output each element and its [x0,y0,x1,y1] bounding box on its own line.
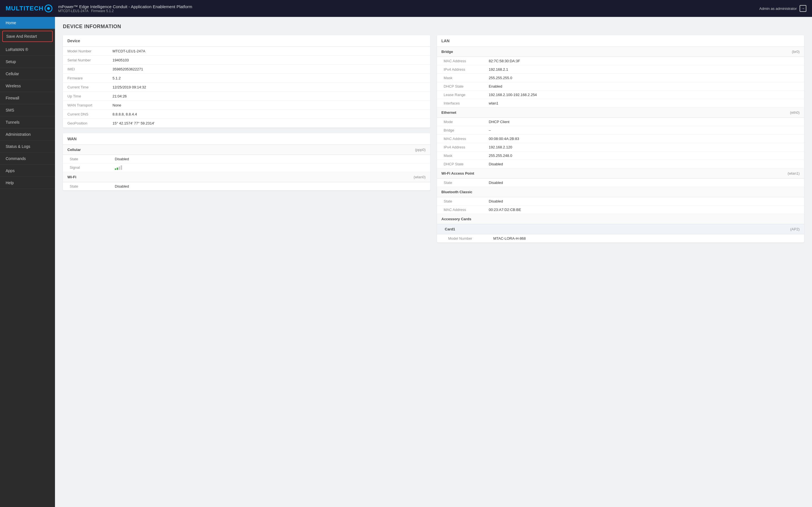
lan-bridge-dhcp-row: DHCP State Enabled [437,82,804,91]
lan-eth-bridge-row: Bridge – [437,126,804,135]
device-serial-label: Serial Number [67,58,112,62]
lan-card1-sub: (AP2) [790,227,800,231]
signal-bar-3 [119,166,120,170]
device-imei-row: IMEI 359852053622271 [63,65,430,74]
signal-bar-1 [115,168,116,170]
lan-eth-header: Ethernet (eth0) [437,108,804,118]
lan-bridge-lease-row: Lease Range 192.168.2.100-192.168.2.254 [437,91,804,99]
lan-card1-header: Card1 (AP2) [437,224,804,234]
lan-bridge-title: Bridge [442,50,792,54]
wan-cellular-signal-label: Signal [70,165,115,170]
lan-eth-dhcp-row: DHCP State Disabled [437,160,804,168]
header-subtitle: MTCDT-LEU1-247A Firmware 5.1.2 [58,9,759,13]
sidebar-item-home[interactable]: Home [0,17,55,29]
device-uptime-label: Up Time [67,94,112,98]
device-firmware-row: Firmware 5.1.2 [63,74,430,83]
lan-bluetooth-state-row: State Disabled [437,197,804,206]
device-imei-label: IMEI [67,67,112,71]
sidebar: Home Save And Restart LoRaWAN ® Setup Ce… [0,17,55,507]
lan-bridge-iface-row: Interfaces wlan1 [437,99,804,108]
device-imei-value: 359852053622271 [112,67,143,71]
wan-wifi-state-label: State [70,184,115,188]
wan-card: WAN Cellular (ppp0) State Disabled Signa… [63,133,430,190]
device-wan-label: WAN Transport [67,103,112,107]
device-wan-row: WAN Transport None [63,101,430,110]
device-firmware-label: Firmware [67,76,112,80]
content-grid: Device Model Number MTCDT-LEU1-247A Seri… [63,35,804,248]
header-main-title: mPower™ Edge Intelligence Conduit - Appl… [58,4,759,9]
header-user: Admin as administrator → [759,5,806,12]
device-dns-value: 8.8.8.8, 8.8.4.4 [112,112,137,116]
device-model-row: Model Number MTCDT-LEU1-247A [63,47,430,56]
device-wan-value: None [112,103,121,107]
wan-wifi-title: Wi-Fi [67,175,414,179]
device-model-label: Model Number [67,49,112,53]
device-time-value: 12/25/2019 09:14:32 [112,85,146,89]
device-time-row: Current Time 12/25/2019 09:14:32 [63,83,430,92]
lan-bridge-header: Bridge (br0) [437,47,804,57]
sidebar-item-setup[interactable]: Setup [0,56,55,68]
lan-wifiap-sub: (wlan1) [788,171,800,175]
left-column: Device Model Number MTCDT-LEU1-247A Seri… [63,35,430,248]
sidebar-item-administration[interactable]: Administration [0,128,55,140]
sidebar-item-lorawan[interactable]: LoRaWAN ® [0,44,55,56]
lan-bridge-mask-row: Mask 255.255.255.0 [437,74,804,82]
sidebar-item-tunnels[interactable]: Tunnels [0,116,55,128]
device-serial-value: 19405103 [112,58,129,62]
sidebar-item-firewall[interactable]: Firewall [0,92,55,104]
sidebar-item-apps[interactable]: Apps [0,165,55,177]
wan-wifi-header: Wi-Fi (wlan0) [63,172,430,182]
lan-bridge-mac-row: MAC Address 82:7C:58:30:DA:3F [437,57,804,65]
lan-card: LAN Bridge (br0) MAC Address 82:7C:58:30… [437,35,804,242]
device-uptime-row: Up Time 21:04:26 [63,92,430,101]
sidebar-item-wireless[interactable]: Wireless [0,80,55,92]
wan-cellular-state-row: State Disabled [63,155,430,163]
lan-accessory-header: Accessory Cards [437,214,804,224]
device-time-label: Current Time [67,85,112,89]
sidebar-item-help[interactable]: Help [0,177,55,189]
user-icon[interactable]: → [800,5,806,12]
wan-cellular-state-label: State [70,157,115,161]
logo: MULTITECH [6,4,52,12]
lan-wifiap-title: Wi-Fi Access Point [442,171,788,175]
device-uptime-value: 21:04:26 [112,94,127,98]
lan-wifiap-header: Wi-Fi Access Point (wlan1) [437,168,804,179]
layout: Home Save And Restart LoRaWAN ® Setup Ce… [0,17,812,507]
device-card-header: Device [63,35,430,47]
header-title-area: mPower™ Edge Intelligence Conduit - Appl… [58,4,759,13]
sidebar-item-sms[interactable]: SMS [0,104,55,116]
lan-eth-sub: (eth0) [790,110,800,115]
wan-card-header: WAN [63,133,430,145]
device-card: Device Model Number MTCDT-LEU1-247A Seri… [63,35,430,128]
logo-text: MULTITECH [6,5,43,12]
sidebar-item-save-restart[interactable]: Save And Restart [2,31,53,42]
wan-cellular-state-value: Disabled [115,157,129,161]
user-label: Admin as administrator [759,6,797,11]
lan-accessory-title: Accessory Cards [442,217,800,221]
device-model-value: MTCDT-LEU1-247A [112,49,145,53]
main-content: DEVICE INFORMATION Device Model Number M… [55,17,812,507]
lan-eth-ipv4-row: IPv4 Address 192.168.2.120 [437,143,804,152]
lan-bluetooth-mac-row: MAC Address 00:23:A7:D2:CB:BE [437,206,804,214]
lan-eth-mode-row: Mode DHCP Client [437,118,804,126]
device-firmware-value: 5.1.2 [112,76,121,80]
right-column: LAN Bridge (br0) MAC Address 82:7C:58:30… [437,35,804,248]
lan-card1-model-row: Model Number MTAC-LORA-H-868 [437,234,804,242]
header: MULTITECH mPower™ Edge Intelligence Cond… [0,0,812,17]
wan-wifi-state-value: Disabled [115,184,129,188]
device-geo-label: GeoPosition [67,121,112,125]
wan-wifi-state-row: State Disabled [63,182,430,190]
sidebar-item-commands[interactable]: Commands [0,153,55,165]
wan-wifi-sub: (wlan0) [414,175,426,179]
signal-bars [115,165,122,170]
lan-eth-mask-row: Mask 255.255.248.0 [437,152,804,160]
sidebar-item-status-logs[interactable]: Status & Logs [0,140,55,153]
device-geo-value: 15° 42.1574' 77° 59.2314' [112,121,154,125]
lan-bluetooth-header: Bluetooth Classic [437,187,804,197]
device-dns-row: Current DNS 8.8.8.8, 8.8.4.4 [63,110,430,119]
device-serial-row: Serial Number 19405103 [63,56,430,65]
lan-bluetooth-title: Bluetooth Classic [442,190,800,194]
logo-icon [45,4,52,12]
sidebar-item-cellular[interactable]: Cellular [0,68,55,80]
signal-bar-4 [121,165,122,170]
